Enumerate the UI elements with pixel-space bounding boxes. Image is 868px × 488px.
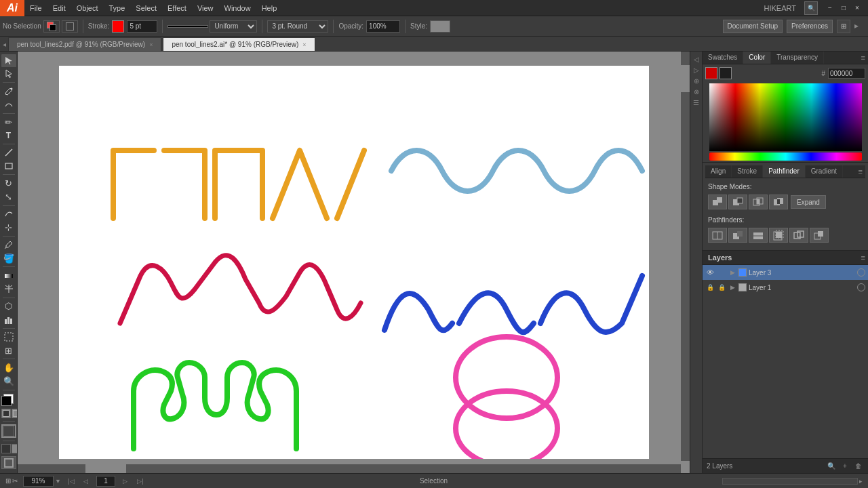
document-setup-button[interactable]: Document Setup bbox=[723, 20, 783, 33]
hue-bar[interactable] bbox=[709, 152, 862, 161]
minus-front-btn[interactable] bbox=[728, 195, 747, 209]
unite-btn[interactable] bbox=[708, 195, 727, 209]
stroke-btn[interactable] bbox=[12, 409, 18, 418]
first-page-btn[interactable]: |◁ bbox=[66, 476, 76, 486]
hex-input[interactable] bbox=[828, 68, 865, 79]
stroke-cap-select[interactable]: 3 pt. Round bbox=[267, 20, 328, 33]
tab-pathfinder[interactable]: Pathfinder bbox=[763, 165, 806, 178]
vertical-scrollbar[interactable] bbox=[681, 52, 690, 461]
pencil-tool[interactable]: ✏ bbox=[1, 116, 16, 129]
horizontal-scrollbar[interactable] bbox=[18, 464, 681, 473]
mask-mode-btn[interactable] bbox=[12, 444, 18, 453]
pathfinder-panel-menu[interactable]: ≡ bbox=[856, 165, 865, 178]
right-icon-4[interactable]: ⊗ bbox=[692, 87, 701, 96]
stroke-type-select[interactable]: Uniform bbox=[210, 20, 257, 33]
panel-toggle-btn[interactable]: ▸ bbox=[854, 21, 865, 32]
tab-gradient[interactable]: Gradient bbox=[806, 165, 843, 178]
tab-pdf[interactable]: pen tool_lines2.pdf @ 91% (RGB/Preview) … bbox=[8, 37, 161, 51]
vertical-scroll-thumb[interactable] bbox=[681, 65, 690, 92]
layer-3-expand[interactable]: ▶ bbox=[728, 268, 736, 277]
right-icon-3[interactable]: ⊕ bbox=[692, 76, 701, 85]
selection-tool[interactable] bbox=[1, 54, 16, 67]
exclude-btn[interactable] bbox=[769, 195, 788, 209]
divide-btn[interactable] bbox=[708, 228, 727, 243]
color-mode-btn[interactable] bbox=[62, 20, 78, 33]
curvature-tool[interactable] bbox=[1, 98, 16, 111]
merge-btn[interactable] bbox=[749, 228, 768, 243]
free-transform-tool[interactable]: ⊹ bbox=[1, 221, 16, 234]
line-tool[interactable] bbox=[1, 146, 16, 159]
maximize-button[interactable]: □ bbox=[838, 3, 849, 13]
paint-bucket-tool[interactable]: 🪣 bbox=[1, 252, 16, 265]
normal-mode-btn[interactable] bbox=[1, 444, 11, 453]
canvas[interactable] bbox=[59, 66, 649, 459]
crop-btn[interactable] bbox=[769, 228, 788, 243]
menu-select[interactable]: Select bbox=[130, 0, 162, 16]
preferences-button[interactable]: Preferences bbox=[787, 20, 833, 33]
rect-tool[interactable] bbox=[1, 160, 16, 173]
symbol-box[interactable] bbox=[1, 424, 16, 438]
column-graph-tool[interactable] bbox=[1, 313, 16, 326]
tab-pdf-close[interactable]: × bbox=[149, 41, 153, 48]
eyedropper-tool[interactable] bbox=[1, 239, 16, 251]
swatch-black[interactable] bbox=[719, 67, 732, 79]
menu-effect[interactable]: Effect bbox=[162, 0, 192, 16]
color-boxes[interactable] bbox=[1, 394, 16, 407]
menu-view[interactable]: View bbox=[192, 0, 219, 16]
layer-3-circle[interactable] bbox=[857, 268, 865, 277]
tab-align[interactable]: Align bbox=[705, 165, 732, 178]
layer-3-lock[interactable] bbox=[717, 268, 726, 277]
right-icon-5[interactable]: ☰ bbox=[692, 98, 701, 107]
prev-page-btn[interactable]: ◁ bbox=[81, 476, 91, 486]
layer-1-lock[interactable]: 🔒 bbox=[717, 283, 726, 292]
menu-help[interactable]: Help bbox=[256, 0, 283, 16]
right-icon-2[interactable]: ▷ bbox=[692, 65, 701, 75]
outline-btn[interactable] bbox=[789, 228, 808, 243]
artboard-frame-btn[interactable] bbox=[1, 456, 16, 469]
expand-button[interactable]: Expand bbox=[791, 195, 826, 209]
layer-search-btn[interactable]: 🔍 bbox=[826, 461, 837, 472]
layer-1-row[interactable]: 🔒 🔒 ▶ Layer 1 bbox=[703, 280, 868, 295]
tab-transparency[interactable]: Transparency bbox=[771, 52, 824, 64]
tab-swatches[interactable]: Swatches bbox=[703, 52, 743, 64]
search-btn[interactable]: 🔍 bbox=[804, 1, 818, 15]
fill-color-chip[interactable] bbox=[43, 20, 60, 33]
stroke-color-box[interactable] bbox=[112, 20, 124, 33]
layer-3-visibility[interactable]: 👁 bbox=[705, 268, 715, 277]
zoom-input[interactable] bbox=[23, 476, 54, 487]
next-page-btn[interactable]: ▷ bbox=[121, 476, 130, 486]
layers-panel-menu[interactable]: ≡ bbox=[859, 251, 868, 264]
menu-window[interactable]: Window bbox=[219, 0, 256, 16]
type-tool[interactable]: T bbox=[1, 129, 16, 142]
tab-ai-close[interactable]: × bbox=[302, 41, 306, 48]
menu-object[interactable]: Object bbox=[71, 0, 104, 16]
style-box[interactable] bbox=[430, 20, 450, 33]
hand-tool[interactable]: ✋ bbox=[1, 361, 16, 374]
scale-tool[interactable]: ⤡ bbox=[1, 190, 16, 203]
rotate-tool[interactable]: ↻ bbox=[1, 177, 16, 190]
tab-stroke[interactable]: Stroke bbox=[732, 165, 763, 178]
minus-back-btn[interactable] bbox=[810, 228, 829, 243]
delete-layer-btn[interactable]: 🗑 bbox=[853, 461, 864, 472]
tab-ai[interactable]: pen tool_lines2.ai* @ 91% (RGB/Preview) … bbox=[163, 37, 315, 51]
opacity-input[interactable] bbox=[366, 20, 400, 33]
pen-tool[interactable] bbox=[1, 85, 16, 98]
tab-scroll-left[interactable]: ◂ bbox=[0, 37, 8, 51]
layer-3-row[interactable]: 👁 ▶ Layer 3 bbox=[703, 265, 868, 280]
right-icon-1[interactable]: ◁ bbox=[692, 54, 701, 64]
layer-1-expand[interactable]: ▶ bbox=[728, 283, 736, 291]
direct-selection-tool[interactable] bbox=[1, 68, 16, 81]
horizontal-scroll-thumb[interactable] bbox=[85, 464, 126, 473]
close-button[interactable]: × bbox=[852, 3, 863, 13]
zoom-tool[interactable]: 🔍 bbox=[1, 375, 16, 388]
layer-1-circle[interactable] bbox=[857, 283, 865, 291]
stroke-value-input[interactable] bbox=[127, 20, 157, 33]
swatch-red[interactable] bbox=[705, 67, 717, 79]
fill-btn[interactable] bbox=[1, 409, 11, 418]
menu-edit[interactable]: Edit bbox=[47, 0, 71, 16]
tab-color[interactable]: Color bbox=[743, 52, 771, 64]
mesh-tool[interactable] bbox=[1, 283, 16, 296]
slice-tool[interactable]: ⊞ bbox=[1, 344, 16, 357]
layer-1-visibility[interactable]: 🔒 bbox=[705, 283, 715, 292]
intersect-btn[interactable] bbox=[749, 195, 768, 209]
